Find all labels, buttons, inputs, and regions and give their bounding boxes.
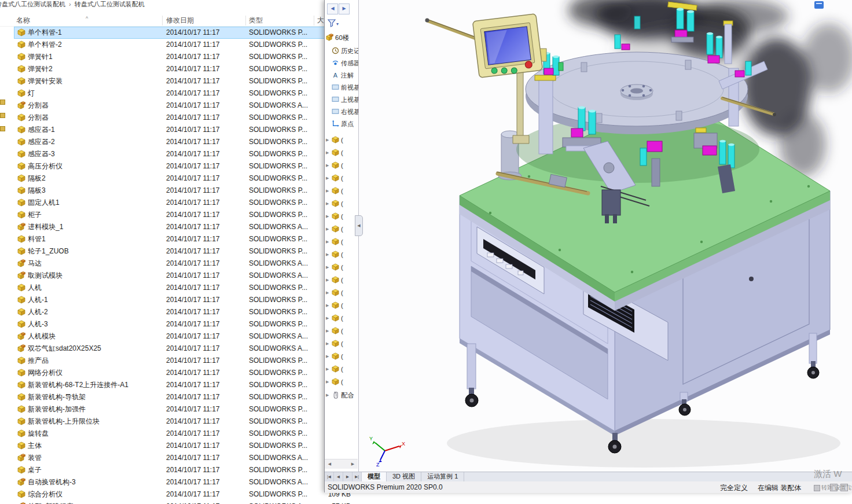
expand-arrow-icon[interactable]: ▶ [326,350,329,363]
tree-mates-node[interactable]: ▶ 配合 [325,389,358,402]
tree-item[interactable]: 原点 [332,118,358,130]
tree-item[interactable]: 上视基准面 [332,94,358,106]
file-row[interactable]: 旋转盘 2014/10/17 11:17 SOLIDWORKS P... [14,428,352,440]
scroll-right-icon[interactable]: ▶ [349,461,357,468]
file-row[interactable]: 单个料管-2 2014/10/17 11:17 SOLIDWORKS P... [14,39,352,51]
file-row[interactable]: 马达 2014/10/17 11:17 SOLIDWORKS A... [14,257,352,270]
tree-component-item[interactable]: ▶ ( [325,236,358,248]
tree-component-item[interactable]: ▶ ( [325,299,358,312]
column-header-name[interactable]: 名称 [16,16,30,25]
breadcrumb[interactable]: 转盘式八工位测试装配机›转盘式八工位测试装配机 [0,0,145,9]
file-row[interactable]: 新装管机构-上升限位块 2014/10/17 11:17 SOLIDWORKS … [14,415,352,428]
expand-arrow-icon[interactable]: ▶ [326,312,329,325]
expand-arrow-icon[interactable]: ▶ [326,210,329,223]
expand-arrow-icon[interactable]: ▶ [326,299,329,312]
expand-arrow-icon[interactable]: ▶ [326,325,329,337]
tree-horizontal-scrollbar[interactable]: ◀ ▶ [325,459,358,469]
orientation-triad[interactable]: Y X Z [369,436,405,468]
expand-arrow-icon[interactable]: ▶ [326,274,329,286]
breadcrumb-segment[interactable]: 转盘式八工位测试装配机 [75,1,145,8]
tree-item[interactable]: 传感器 [332,57,358,69]
column-divider[interactable] [162,16,163,25]
tree-component-item[interactable]: ▶ ( [325,376,358,388]
file-row[interactable]: 取测试模块 2014/10/17 11:17 SOLIDWORKS A... [14,270,352,282]
file-row[interactable]: 弹簧针1 2014/10/17 11:17 SOLIDWORKS P... [14,51,352,63]
column-divider[interactable] [314,16,314,25]
expand-arrow-icon[interactable]: ▶ [326,376,329,388]
expand-arrow-icon[interactable]: ▶ [326,363,329,376]
tree-item[interactable]: 前视基准面 [332,82,358,94]
file-row[interactable]: 新装管机构-加强件 2014/10/17 11:17 SOLIDWORKS P.… [14,403,352,415]
column-header-type[interactable]: 类型 [249,16,263,25]
tree-item[interactable]: 右视基准面 [332,106,358,118]
file-row[interactable]: 料管1 2014/10/17 11:17 SOLIDWORKS P... [14,233,352,245]
file-row[interactable]: 双芯气缸sdat20X25X25 2014/10/17 11:17 SOLIDW… [14,343,352,355]
expand-arrow-icon[interactable]: ▶ [326,261,329,274]
file-row[interactable]: 隔板2 2014/10/17 11:17 SOLIDWORKS P... [14,172,352,185]
file-row[interactable]: 隔板3 2014/10/17 11:17 SOLIDWORKS P... [14,185,352,197]
file-row[interactable]: 人机模块 2014/10/17 11:17 SOLIDWORKS A... [14,330,352,343]
tree-component-item[interactable]: ▶ ( [325,248,358,261]
tree-component-item[interactable]: ▶ ( [325,185,358,197]
tree-component-item[interactable]: ▶ ( [325,223,358,236]
breadcrumb-segment[interactable]: 转盘式八工位测试装配机 [0,1,65,8]
file-row[interactable]: 柜子 2014/10/17 11:17 SOLIDWORKS P... [14,209,352,221]
file-row[interactable]: 总配_新建管座 2014/10/17 11:17 SOLIDWORKS A...… [14,501,352,504]
toolbar-app-icon[interactable] [814,1,824,9]
file-row[interactable]: 综合分析仪 2014/10/17 11:17 SOLIDWORKS P... 1… [14,488,352,501]
tree-filter[interactable]: ▾ [327,17,339,29]
expand-arrow-icon[interactable]: ▶ [326,248,329,261]
file-row[interactable]: 进料模块_1 2014/10/17 11:17 SOLIDWORKS A... [14,221,352,233]
expand-arrow-icon[interactable]: ▶ [326,172,329,185]
tab-nav-prev-icon[interactable]: ◀ [334,472,343,481]
file-row[interactable]: 弹簧针2 2014/10/17 11:17 SOLIDWORKS P... [14,63,352,75]
tree-component-item[interactable]: ▶ ( [325,286,358,299]
file-row[interactable]: 固定人机1 2014/10/17 11:17 SOLIDWORKS P... [14,197,352,209]
expand-arrow-icon[interactable]: ▶ [326,286,329,299]
tree-root-node[interactable]: 60楼 [326,32,349,43]
tree-component-item[interactable]: ▶ ( [325,274,358,286]
file-row[interactable]: 弹簧针安装 2014/10/17 11:17 SOLIDWORKS P... [14,75,352,87]
expand-arrow-icon[interactable]: ▶ [326,337,329,350]
file-row[interactable]: 人机-3 2014/10/17 11:17 SOLIDWORKS P... [14,318,352,330]
column-divider[interactable] [245,16,246,25]
file-row[interactable]: 单个料管-1 2014/10/17 11:17 SOLIDWORKS P... [14,27,352,39]
file-row[interactable]: 网络分析仪 2014/10/17 11:17 SOLIDWORKS P... [14,367,352,379]
file-row[interactable]: 感应器-2 2014/10/17 11:17 SOLIDWORKS P... [14,136,352,148]
expand-arrow-icon[interactable]: ▶ [326,146,329,159]
tab-motion-study[interactable]: 运动算例 1 [421,472,464,481]
tree-component-item[interactable]: ▶ ( [325,197,358,210]
tree-item[interactable]: A注解 [332,69,358,82]
file-row[interactable]: 主体 2014/10/17 11:17 SOLIDWORKS P... [14,440,352,452]
file-row[interactable]: 推产品 2014/10/17 11:17 SOLIDWORKS P... [14,355,352,367]
tree-component-item[interactable]: ▶ ( [325,172,358,185]
file-row[interactable]: 桌子 2014/10/17 11:17 SOLIDWORKS P... [14,464,352,476]
file-row[interactable]: 人机-1 2014/10/17 11:17 SOLIDWORKS P... [14,294,352,306]
tab-3d-views[interactable]: 3D 视图 [387,472,421,481]
tab-nav-first-icon[interactable]: |◀ [325,472,334,481]
file-row[interactable]: 分割器 2014/10/17 11:17 SOLIDWORKS P... [14,112,352,124]
file-row[interactable]: 人机-2 2014/10/17 11:17 SOLIDWORKS P... [14,306,352,318]
tree-component-item[interactable]: ▶ ( [325,159,358,172]
scroll-left-icon[interactable]: ◀ [326,461,333,468]
model-viewport[interactable]: Y X Z [359,0,852,472]
tree-item[interactable]: 历史记录 [332,45,358,57]
file-row[interactable]: 感应器-3 2014/10/17 11:17 SOLIDWORKS P... [14,148,352,160]
file-row[interactable]: 新装管机构-导轨架 2014/10/17 11:17 SOLIDWORKS P.… [14,391,352,403]
tree-splitter-handle[interactable]: ◀ [355,215,363,236]
expand-arrow-icon[interactable]: ▶ [326,185,329,197]
tree-component-item[interactable]: ▶ ( [325,134,358,146]
column-header-date[interactable]: 修改日期 [166,16,194,25]
tree-component-item[interactable]: ▶ ( [325,350,358,363]
tree-forward-button[interactable]: ▶ [339,3,350,14]
tree-component-item[interactable]: ▶ ( [325,210,358,223]
file-row[interactable]: 装管 2014/10/17 11:17 SOLIDWORKS A... [14,452,352,464]
file-row[interactable]: 分割器 2014/10/17 11:17 SOLIDWORKS A... [14,100,352,112]
expand-arrow-icon[interactable]: ▶ [326,389,329,402]
tree-component-item[interactable]: ▶ ( [325,337,358,350]
file-row[interactable]: 新装管机构-68-T2上升连接件-A1 2014/10/17 11:17 SOL… [14,379,352,391]
tree-component-item[interactable]: ▶ ( [325,363,358,376]
tree-component-item[interactable]: ▶ ( [325,146,358,159]
file-row[interactable]: 灯 2014/10/17 11:17 SOLIDWORKS P... [14,87,352,100]
tab-nav-last-icon[interactable]: ▶| [352,472,362,481]
